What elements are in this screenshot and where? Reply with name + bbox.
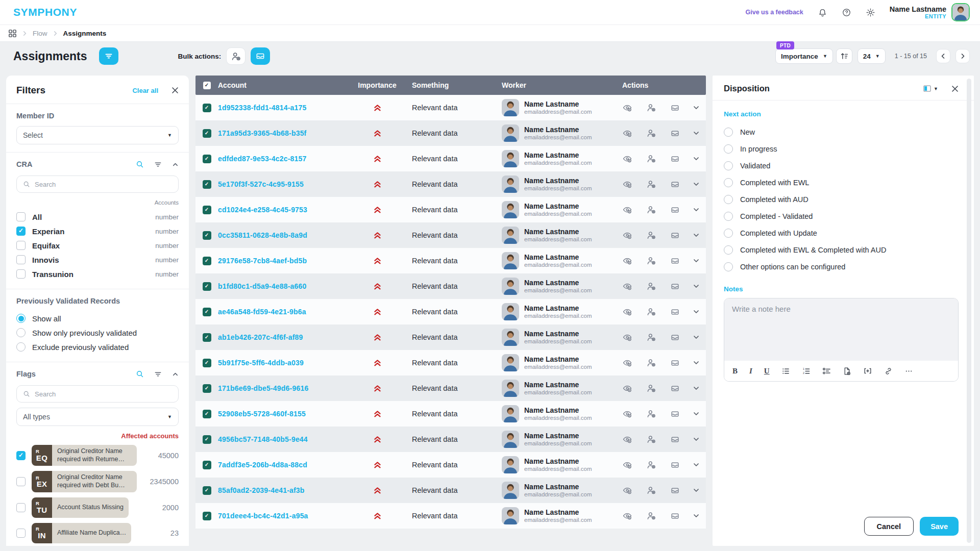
- flags-type-select[interactable]: All types ▼: [16, 408, 179, 426]
- bold-icon[interactable]: B: [732, 367, 738, 375]
- tray-icon[interactable]: [670, 256, 680, 266]
- person-add-icon[interactable]: [646, 409, 656, 419]
- cra-search-icon[interactable]: [136, 160, 144, 168]
- checkbox[interactable]: [16, 227, 26, 236]
- notes-input[interactable]: Write a note here: [724, 298, 958, 361]
- breadcrumb-flow[interactable]: Flow: [33, 30, 47, 37]
- member-id-select[interactable]: Select ▼: [16, 126, 179, 144]
- expand-row-chevron-icon[interactable]: [693, 155, 700, 162]
- tray-icon[interactable]: [670, 333, 680, 342]
- row-checkbox[interactable]: [203, 180, 211, 189]
- person-add-icon[interactable]: [646, 256, 656, 266]
- row-checkbox[interactable]: [203, 359, 211, 367]
- bulk-assign-worker-button[interactable]: [226, 47, 246, 65]
- person-add-icon[interactable]: [646, 332, 656, 342]
- next-action-option[interactable]: New: [724, 126, 959, 138]
- person-add-icon[interactable]: [646, 179, 656, 189]
- person-add-icon[interactable]: [646, 460, 656, 470]
- expand-row-chevron-icon[interactable]: [693, 257, 700, 264]
- account-id-link[interactable]: ab1eb426-207c-4f6f-af89: [218, 333, 342, 341]
- checkbox[interactable]: [16, 212, 26, 221]
- account-id-link[interactable]: 4956bc57-7148-40b5-9e44: [218, 435, 342, 443]
- row-checkbox[interactable]: [203, 308, 211, 316]
- radio-button[interactable]: [724, 144, 733, 154]
- radio-button[interactable]: [16, 342, 26, 352]
- next-action-option[interactable]: Completed - Validated: [724, 210, 959, 222]
- tray-icon[interactable]: [670, 358, 680, 368]
- expand-row-chevron-icon[interactable]: [693, 410, 700, 417]
- next-page-button[interactable]: [955, 49, 970, 63]
- tray-icon[interactable]: [670, 486, 680, 495]
- tray-icon[interactable]: [670, 154, 680, 164]
- next-action-option[interactable]: Other options can be configured: [724, 260, 959, 273]
- eye-badge-icon[interactable]: [622, 103, 632, 113]
- expand-row-chevron-icon[interactable]: [693, 436, 700, 443]
- eye-badge-icon[interactable]: [622, 256, 632, 266]
- eye-badge-icon[interactable]: [622, 332, 632, 342]
- eye-badge-icon[interactable]: [622, 383, 632, 393]
- tray-icon[interactable]: [670, 409, 680, 419]
- checkbox[interactable]: [16, 477, 26, 486]
- row-checkbox[interactable]: [203, 461, 211, 469]
- expand-row-chevron-icon[interactable]: [693, 461, 700, 468]
- person-add-icon[interactable]: [646, 281, 656, 291]
- row-checkbox[interactable]: [203, 486, 211, 495]
- bullet-list-icon[interactable]: [781, 367, 790, 375]
- eye-badge-icon[interactable]: [622, 511, 632, 521]
- account-id-link[interactable]: ae46a548-fd59-4e21-9b6a: [218, 308, 342, 316]
- more-icon[interactable]: [904, 367, 913, 375]
- eye-badge-icon[interactable]: [622, 154, 632, 164]
- sort-by-select[interactable]: Importance ▼: [775, 48, 833, 64]
- eye-badge-icon[interactable]: [622, 307, 632, 317]
- previously-validated-option[interactable]: Show only previously validated: [16, 325, 179, 340]
- expand-row-chevron-icon[interactable]: [693, 512, 700, 519]
- flags-filter-icon[interactable]: [154, 370, 162, 378]
- tray-icon[interactable]: [670, 205, 680, 215]
- previously-validated-option[interactable]: Exclude previously validated: [16, 340, 179, 354]
- account-id-link[interactable]: 701deee4-bc4c-42d1-a95a: [218, 512, 342, 520]
- account-id-link[interactable]: 0cc35811-0628-4e8b-8a9d: [218, 231, 342, 239]
- account-id-link[interactable]: 171a95d3-9365-4b68-b35f: [218, 129, 342, 137]
- eye-badge-icon[interactable]: [622, 434, 632, 444]
- account-id-link[interactable]: 52908eb5-5728-460f-8155: [218, 410, 342, 418]
- row-checkbox[interactable]: [203, 129, 211, 138]
- close-filters-icon[interactable]: [172, 87, 179, 94]
- expand-row-chevron-icon[interactable]: [693, 385, 700, 392]
- flags-search-icon[interactable]: [136, 370, 144, 378]
- expand-row-chevron-icon[interactable]: [693, 130, 700, 137]
- next-action-option[interactable]: Completed with AUD: [724, 193, 959, 206]
- person-add-icon[interactable]: [646, 358, 656, 368]
- radio-button[interactable]: [724, 128, 733, 137]
- radio-button[interactable]: [724, 178, 733, 187]
- row-checkbox[interactable]: [203, 104, 211, 112]
- account-id-link[interactable]: 29176e58-7cb8-4aef-bd5b: [218, 257, 342, 265]
- tray-icon[interactable]: [670, 511, 680, 521]
- next-action-option[interactable]: In progress: [724, 142, 959, 155]
- gear-icon[interactable]: [866, 8, 875, 17]
- save-button[interactable]: Save: [920, 517, 959, 536]
- person-add-icon[interactable]: [646, 434, 656, 444]
- person-add-icon[interactable]: [646, 103, 656, 113]
- underline-icon[interactable]: U: [764, 367, 770, 375]
- account-id-link[interactable]: 5b91f75e-5ff6-4ddb-a039: [218, 359, 342, 367]
- bulk-disposition-button[interactable]: [251, 47, 270, 65]
- account-id-link[interactable]: 1d952338-fdd1-4814-a175: [218, 104, 342, 112]
- radio-button[interactable]: [16, 328, 26, 337]
- cra-search-input[interactable]: [35, 181, 172, 188]
- help-icon[interactable]: [842, 8, 851, 17]
- account-id-link[interactable]: b1fd80c1-d5a9-4e88-a660: [218, 282, 342, 290]
- eye-badge-icon[interactable]: [622, 485, 632, 495]
- page-size-select[interactable]: 24 ▼: [857, 48, 886, 64]
- person-add-icon[interactable]: [646, 307, 656, 317]
- close-disposition-icon[interactable]: [951, 85, 959, 92]
- task-list-icon[interactable]: [822, 367, 831, 375]
- flags-collapse-chevron-icon[interactable]: [172, 371, 179, 378]
- expand-row-chevron-icon[interactable]: [693, 181, 700, 188]
- bell-icon[interactable]: [818, 8, 827, 17]
- expand-row-chevron-icon[interactable]: [693, 359, 700, 366]
- radio-button[interactable]: [724, 195, 733, 204]
- cancel-button[interactable]: Cancel: [864, 517, 914, 536]
- account-id-link[interactable]: 171b6e69-dbe5-49d6-9616: [218, 384, 342, 392]
- link-icon[interactable]: [884, 367, 893, 375]
- account-id-link[interactable]: 7addf3e5-206b-4d8a-88cd: [218, 461, 342, 469]
